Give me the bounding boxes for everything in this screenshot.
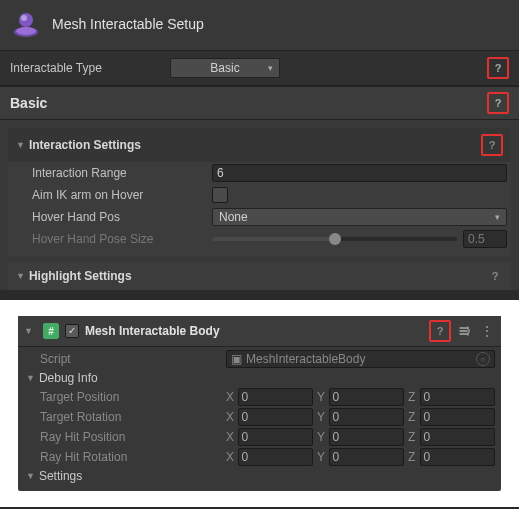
component-header: Mesh Interactable Setup (0, 0, 519, 50)
help-icon[interactable]: ? (487, 268, 503, 284)
help-icon[interactable]: ? (432, 323, 448, 339)
ray-hit-position-label: Ray Hit Position (40, 430, 226, 444)
foldout-icon: ▼ (16, 271, 25, 281)
hover-hand-pos-dropdown[interactable]: None ▾ (212, 208, 507, 226)
ray-hit-rotation-row: Ray Hit Rotation X Y Z (18, 447, 501, 467)
component-header-bar[interactable]: ▼ # Mesh Interactable Body ? ⋮ (18, 316, 501, 347)
help-icon[interactable]: ? (490, 95, 506, 111)
interaction-range-label: Interaction Range (32, 166, 212, 180)
ray-hit-rotation-z[interactable] (420, 448, 495, 466)
interactable-type-value: Basic (210, 61, 239, 75)
settings-label: Settings (39, 469, 82, 483)
foldout-icon: ▼ (16, 140, 25, 150)
target-position-row: Target Position X Y Z (18, 387, 501, 407)
hover-hand-size-row: Hover Hand Pose Size (8, 228, 511, 250)
chevron-down-icon: ▾ (268, 63, 273, 73)
debug-info-header[interactable]: ▼ Debug Info (18, 369, 501, 387)
target-position-z[interactable] (420, 388, 495, 406)
axis-y-label: Y (317, 390, 326, 404)
hover-hand-pos-label: Hover Hand Pos (32, 210, 212, 224)
target-rotation-label: Target Rotation (40, 410, 226, 424)
target-rotation-z[interactable] (420, 408, 495, 426)
presets-icon[interactable] (457, 323, 473, 339)
ray-hit-position-row: Ray Hit Position X Y Z (18, 427, 501, 447)
mesh-logo-icon (10, 8, 42, 40)
script-icon: # (43, 323, 59, 339)
component-title: Mesh Interactable Setup (52, 16, 204, 32)
chevron-down-icon: ▾ (495, 212, 500, 222)
component-name: Mesh Interactable Body (85, 324, 423, 338)
hover-hand-pos-row: Hover Hand Pos None ▾ (8, 206, 511, 228)
target-position-label: Target Position (40, 390, 226, 404)
interaction-settings-title: Interaction Settings (29, 138, 481, 152)
target-rotation-x[interactable] (238, 408, 313, 426)
highlight-settings-header[interactable]: ▼ Highlight Settings ? (8, 262, 511, 290)
hover-hand-pos-value: None (219, 210, 248, 224)
mesh-interactable-body-component: ▼ # Mesh Interactable Body ? ⋮ Script ▣ … (18, 316, 501, 491)
enable-checkbox[interactable] (65, 324, 79, 338)
interaction-range-row: Interaction Range (8, 162, 511, 184)
foldout-icon: ▼ (24, 326, 33, 336)
interaction-settings-header[interactable]: ▼ Interaction Settings ? (8, 128, 511, 162)
highlight-box: ? (487, 57, 509, 79)
help-icon[interactable]: ? (490, 60, 506, 76)
hover-hand-size-value[interactable] (463, 230, 507, 248)
ray-hit-rotation-label: Ray Hit Rotation (40, 450, 226, 464)
target-rotation-y[interactable] (329, 408, 404, 426)
axis-x-label: X (226, 390, 235, 404)
ray-hit-position-y[interactable] (329, 428, 404, 446)
svg-point-3 (21, 15, 27, 21)
highlight-box: ? (429, 320, 451, 342)
target-position-y[interactable] (329, 388, 404, 406)
basic-section-title: Basic (10, 95, 487, 111)
debug-info-label: Debug Info (39, 371, 98, 385)
highlight-box: ? (481, 134, 503, 156)
interactable-type-dropdown[interactable]: Basic ▾ (170, 58, 280, 78)
ray-hit-position-z[interactable] (420, 428, 495, 446)
aim-ik-checkbox[interactable] (212, 187, 228, 203)
highlight-settings-title: Highlight Settings (29, 269, 487, 283)
help-icon[interactable]: ? (484, 137, 500, 153)
kebab-menu-icon[interactable]: ⋮ (479, 323, 495, 339)
script-label: Script (40, 352, 226, 366)
foldout-icon: ▼ (26, 471, 35, 481)
hover-hand-size-slider[interactable] (212, 237, 457, 241)
aim-ik-label: Aim IK arm on Hover (32, 188, 212, 202)
basic-section-header: Basic ? (0, 86, 519, 120)
script-value: MeshInteractableBody (246, 352, 365, 366)
interactable-type-row: Interactable Type Basic ▾ ? (0, 50, 519, 86)
axis-z-label: Z (408, 390, 417, 404)
aim-ik-row: Aim IK arm on Hover (8, 184, 511, 206)
script-field: ▣ MeshInteractableBody ○ (226, 350, 495, 368)
settings-header[interactable]: ▼ Settings (18, 467, 501, 485)
ray-hit-rotation-y[interactable] (329, 448, 404, 466)
script-row: Script ▣ MeshInteractableBody ○ (18, 349, 501, 369)
ray-hit-position-x[interactable] (238, 428, 313, 446)
foldout-icon: ▼ (26, 373, 35, 383)
script-glyph-icon: ▣ (231, 352, 242, 366)
highlight-settings-section: ▼ Highlight Settings ? (8, 262, 511, 290)
ray-hit-rotation-x[interactable] (238, 448, 313, 466)
hover-hand-size-label: Hover Hand Pose Size (32, 232, 212, 246)
interaction-range-input[interactable] (212, 164, 507, 182)
highlight-box: ? (487, 92, 509, 114)
svg-point-1 (16, 27, 36, 35)
interactable-type-label: Interactable Type (10, 61, 170, 75)
target-position-x[interactable] (238, 388, 313, 406)
target-rotation-row: Target Rotation X Y Z (18, 407, 501, 427)
interaction-settings-section: ▼ Interaction Settings ? Interaction Ran… (8, 128, 511, 256)
object-picker-icon[interactable]: ○ (476, 352, 490, 366)
